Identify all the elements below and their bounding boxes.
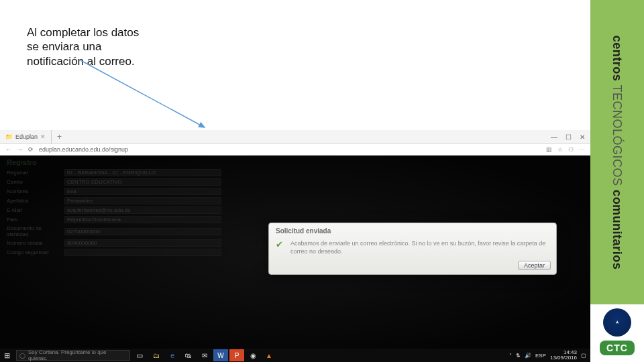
svg-line-0: [80, 60, 205, 127]
new-tab-button[interactable]: +: [52, 132, 67, 141]
brand-sidebar: centros TECNOLÓGICOS comunitarios ★ CTC: [590, 0, 644, 362]
tab-title: Eduplan: [15, 133, 38, 140]
favorite-icon[interactable]: ☆: [557, 146, 563, 153]
start-button[interactable]: ⊞: [0, 349, 13, 362]
arrow-pointer: [77, 57, 218, 137]
cortana-placeholder: Soy Cortana. Pregúntame lo que quieras.: [28, 349, 127, 361]
gov-seal-icon: ★: [603, 308, 631, 337]
nav-back-icon[interactable]: ←: [5, 146, 11, 153]
brand-word-1: centros: [611, 35, 625, 81]
store-icon[interactable]: 🛍: [181, 349, 196, 361]
close-icon[interactable]: ✕: [40, 133, 46, 140]
vlc-icon[interactable]: ▲: [262, 349, 276, 361]
nav-reload-icon[interactable]: ⟳: [28, 146, 34, 153]
screenshot-region: 📁 Eduplan ✕ + — ☐ ✕ ← → ⟳ eduplan.educan…: [0, 130, 590, 362]
folder-icon: 📁: [5, 133, 13, 140]
page-content: Registro Regional01 - BARAHONA - 01 - EN…: [0, 156, 590, 349]
task-view-icon[interactable]: ▭: [133, 349, 146, 362]
taskbar-apps: 🗂 e 🛍 ✉ W P ◉ ▲: [149, 349, 276, 361]
browser-address-bar: ← → ⟳ eduplan.educando.edu.do/signup ▥ ☆…: [0, 143, 590, 156]
brand-word-3: comunitarios: [611, 190, 625, 269]
reading-list-icon[interactable]: ▥: [546, 146, 552, 153]
windows-taskbar: ⊞ ◯ Soy Cortana. Pregúntame lo que quier…: [0, 349, 590, 362]
powerpoint-icon[interactable]: P: [229, 349, 244, 361]
cortana-icon: ◯: [19, 353, 25, 359]
check-icon: ✔: [276, 240, 285, 249]
chrome-icon[interactable]: ◉: [246, 349, 260, 361]
browser-tab[interactable]: 📁 Eduplan ✕: [0, 130, 52, 143]
taskbar-clock[interactable]: 14:43 13/09/2016: [550, 350, 577, 361]
browser-tab-bar: 📁 Eduplan ✕ + — ☐ ✕: [0, 130, 590, 143]
window-maximize[interactable]: ☐: [566, 133, 572, 141]
window-minimize[interactable]: —: [551, 133, 557, 141]
clock-date: 13/09/2016: [550, 355, 577, 361]
modal-message: Acabamos de enviarle un correo electróni…: [290, 240, 549, 255]
network-icon[interactable]: ⇅: [516, 353, 521, 359]
language-indicator[interactable]: ESP: [535, 353, 546, 359]
confirmation-modal: Solicitud enviada ✔ Acabamos de enviarle…: [268, 223, 557, 275]
brand-word-2: TECNOLÓGICOS: [611, 84, 625, 186]
cortana-search[interactable]: ◯ Soy Cortana. Pregúntame lo que quieras…: [16, 350, 130, 361]
nav-forward-icon[interactable]: →: [17, 146, 23, 153]
url-text[interactable]: eduplan.educando.edu.do/signup: [39, 146, 541, 153]
edge-icon[interactable]: e: [165, 349, 180, 361]
notifications-icon[interactable]: ▢: [581, 353, 586, 359]
volume-icon[interactable]: 🔊: [525, 353, 531, 359]
ctc-logo: CTC: [600, 341, 635, 355]
modal-title: Solicitud enviada: [269, 223, 556, 237]
tray-up-icon[interactable]: ˄: [509, 353, 512, 359]
explorer-icon[interactable]: 🗂: [149, 349, 164, 361]
share-icon[interactable]: ⚇: [568, 146, 574, 153]
accept-button[interactable]: Aceptar: [518, 261, 551, 270]
menu-icon[interactable]: ⋯: [579, 146, 585, 153]
mail-icon[interactable]: ✉: [197, 349, 212, 361]
window-close[interactable]: ✕: [580, 133, 585, 141]
brand-title: centros TECNOLÓGICOS comunitarios: [590, 0, 644, 304]
word-icon[interactable]: W: [213, 349, 228, 361]
